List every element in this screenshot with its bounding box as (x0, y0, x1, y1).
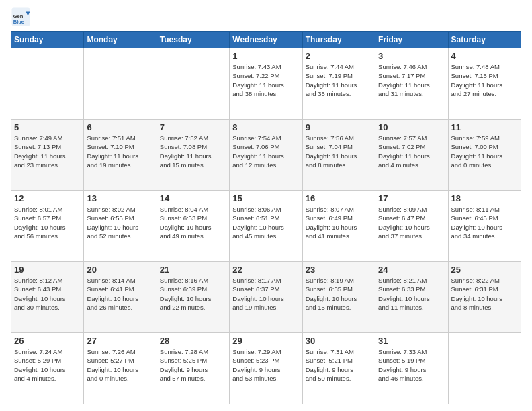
weekday-header: Wednesday (230, 32, 302, 48)
day-number: 8 (232, 122, 299, 132)
day-info: Sunrise: 7:24 AM Sunset: 5:29 PM Dayligh… (14, 347, 81, 383)
day-number: 30 (306, 336, 372, 346)
logo: Gen Blue (11, 7, 34, 27)
day-info: Sunrise: 8:09 AM Sunset: 6:47 PM Dayligh… (378, 205, 445, 240)
day-info: Sunrise: 7:49 AM Sunset: 7:13 PM Dayligh… (14, 134, 81, 169)
day-info: Sunrise: 8:19 AM Sunset: 6:35 PM Dayligh… (306, 276, 372, 312)
day-info: Sunrise: 8:11 AM Sunset: 6:45 PM Dayligh… (451, 205, 518, 240)
weekday-header: Thursday (302, 32, 375, 48)
day-number: 16 (306, 193, 372, 203)
day-info: Sunrise: 7:46 AM Sunset: 7:17 PM Dayligh… (378, 62, 445, 98)
calendar-cell: 17Sunrise: 8:09 AM Sunset: 6:47 PM Dayli… (375, 191, 448, 262)
calendar-cell: 8Sunrise: 7:54 AM Sunset: 7:06 PM Daylig… (230, 120, 302, 191)
calendar-cell: 29Sunrise: 7:29 AM Sunset: 5:23 PM Dayli… (230, 333, 302, 404)
day-number: 5 (14, 122, 81, 132)
day-info: Sunrise: 8:07 AM Sunset: 6:49 PM Dayligh… (306, 205, 372, 240)
day-info: Sunrise: 8:21 AM Sunset: 6:33 PM Dayligh… (378, 276, 445, 312)
day-number: 17 (378, 193, 445, 203)
day-number: 19 (14, 265, 81, 275)
weekday-header: Sunday (11, 32, 84, 48)
calendar-week-row: 12Sunrise: 8:01 AM Sunset: 6:57 PM Dayli… (11, 191, 521, 262)
calendar-cell: 30Sunrise: 7:31 AM Sunset: 5:21 PM Dayli… (302, 333, 375, 404)
header: Gen Blue (11, 7, 521, 27)
calendar-cell (11, 48, 84, 120)
svg-text:Blue: Blue (13, 19, 24, 25)
day-info: Sunrise: 8:06 AM Sunset: 6:51 PM Dayligh… (232, 205, 299, 240)
calendar-body: 1Sunrise: 7:43 AM Sunset: 7:22 PM Daylig… (11, 48, 521, 404)
calendar-cell: 28Sunrise: 7:28 AM Sunset: 5:25 PM Dayli… (157, 333, 229, 404)
day-info: Sunrise: 8:14 AM Sunset: 6:41 PM Dayligh… (87, 276, 153, 312)
calendar-cell: 4Sunrise: 7:48 AM Sunset: 7:15 PM Daylig… (448, 48, 521, 120)
calendar-cell: 13Sunrise: 8:02 AM Sunset: 6:55 PM Dayli… (84, 191, 157, 262)
day-number: 3 (378, 51, 445, 61)
day-info: Sunrise: 7:44 AM Sunset: 7:19 PM Dayligh… (306, 62, 372, 98)
calendar-cell: 11Sunrise: 7:59 AM Sunset: 7:00 PM Dayli… (448, 120, 521, 191)
day-number: 31 (378, 336, 445, 346)
day-number: 7 (160, 122, 226, 132)
day-number: 1 (232, 51, 299, 61)
day-info: Sunrise: 8:04 AM Sunset: 6:53 PM Dayligh… (160, 205, 226, 240)
weekday-header: Saturday (448, 32, 521, 48)
day-info: Sunrise: 8:01 AM Sunset: 6:57 PM Dayligh… (14, 205, 81, 240)
day-info: Sunrise: 7:56 AM Sunset: 7:04 PM Dayligh… (306, 134, 372, 169)
page: Gen Blue SundayMondayTuesdayWednesdayThu… (0, 0, 532, 411)
day-number: 14 (160, 193, 226, 203)
calendar-cell: 5Sunrise: 7:49 AM Sunset: 7:13 PM Daylig… (11, 120, 84, 191)
calendar-cell: 25Sunrise: 8:22 AM Sunset: 6:31 PM Dayli… (448, 262, 521, 333)
calendar-cell: 23Sunrise: 8:19 AM Sunset: 6:35 PM Dayli… (302, 262, 375, 333)
day-info: Sunrise: 8:22 AM Sunset: 6:31 PM Dayligh… (451, 276, 518, 312)
calendar-cell: 7Sunrise: 7:52 AM Sunset: 7:08 PM Daylig… (157, 120, 229, 191)
calendar-cell: 19Sunrise: 8:12 AM Sunset: 6:43 PM Dayli… (11, 262, 84, 333)
calendar-cell: 27Sunrise: 7:26 AM Sunset: 5:27 PM Dayli… (84, 333, 157, 404)
calendar-cell (84, 48, 157, 120)
calendar-cell: 1Sunrise: 7:43 AM Sunset: 7:22 PM Daylig… (230, 48, 302, 120)
day-number: 26 (14, 336, 81, 346)
day-info: Sunrise: 8:02 AM Sunset: 6:55 PM Dayligh… (87, 205, 153, 240)
calendar-cell: 18Sunrise: 8:11 AM Sunset: 6:45 PM Dayli… (448, 191, 521, 262)
day-info: Sunrise: 7:51 AM Sunset: 7:10 PM Dayligh… (87, 134, 153, 169)
day-number: 12 (14, 193, 81, 203)
calendar-cell: 10Sunrise: 7:57 AM Sunset: 7:02 PM Dayli… (375, 120, 448, 191)
day-info: Sunrise: 7:29 AM Sunset: 5:23 PM Dayligh… (232, 347, 299, 383)
calendar-cell: 22Sunrise: 8:17 AM Sunset: 6:37 PM Dayli… (230, 262, 302, 333)
day-number: 4 (451, 51, 518, 61)
calendar-cell: 14Sunrise: 8:04 AM Sunset: 6:53 PM Dayli… (157, 191, 229, 262)
day-number: 23 (306, 265, 372, 275)
day-info: Sunrise: 7:48 AM Sunset: 7:15 PM Dayligh… (451, 62, 518, 98)
calendar-cell: 20Sunrise: 8:14 AM Sunset: 6:41 PM Dayli… (84, 262, 157, 333)
day-number: 22 (232, 265, 299, 275)
day-number: 21 (160, 265, 226, 275)
calendar-week-row: 19Sunrise: 8:12 AM Sunset: 6:43 PM Dayli… (11, 262, 521, 333)
calendar-cell: 3Sunrise: 7:46 AM Sunset: 7:17 PM Daylig… (375, 48, 448, 120)
day-number: 10 (378, 122, 445, 132)
calendar-cell (157, 48, 229, 120)
day-info: Sunrise: 7:33 AM Sunset: 5:19 PM Dayligh… (378, 347, 445, 383)
day-number: 28 (160, 336, 226, 346)
calendar-cell: 9Sunrise: 7:56 AM Sunset: 7:04 PM Daylig… (302, 120, 375, 191)
day-number: 18 (451, 193, 518, 203)
day-info: Sunrise: 8:17 AM Sunset: 6:37 PM Dayligh… (232, 276, 299, 312)
calendar-cell: 26Sunrise: 7:24 AM Sunset: 5:29 PM Dayli… (11, 333, 84, 404)
day-info: Sunrise: 7:43 AM Sunset: 7:22 PM Dayligh… (232, 62, 299, 98)
calendar-cell (448, 333, 521, 404)
weekday-header: Friday (375, 32, 448, 48)
calendar-cell: 12Sunrise: 8:01 AM Sunset: 6:57 PM Dayli… (11, 191, 84, 262)
day-number: 11 (451, 122, 518, 132)
day-number: 6 (87, 122, 153, 132)
day-number: 27 (87, 336, 153, 346)
day-number: 29 (232, 336, 299, 346)
day-number: 2 (306, 51, 372, 61)
weekday-header: Tuesday (157, 32, 229, 48)
calendar-header-row: SundayMondayTuesdayWednesdayThursdayFrid… (11, 32, 521, 48)
calendar-cell: 21Sunrise: 8:16 AM Sunset: 6:39 PM Dayli… (157, 262, 229, 333)
day-info: Sunrise: 7:31 AM Sunset: 5:21 PM Dayligh… (306, 347, 372, 383)
calendar-cell: 24Sunrise: 8:21 AM Sunset: 6:33 PM Dayli… (375, 262, 448, 333)
calendar-cell: 15Sunrise: 8:06 AM Sunset: 6:51 PM Dayli… (230, 191, 302, 262)
calendar-cell: 2Sunrise: 7:44 AM Sunset: 7:19 PM Daylig… (302, 48, 375, 120)
calendar-cell: 16Sunrise: 8:07 AM Sunset: 6:49 PM Dayli… (302, 191, 375, 262)
day-info: Sunrise: 8:16 AM Sunset: 6:39 PM Dayligh… (160, 276, 226, 312)
calendar-week-row: 26Sunrise: 7:24 AM Sunset: 5:29 PM Dayli… (11, 333, 521, 404)
day-number: 9 (306, 122, 372, 132)
day-info: Sunrise: 7:54 AM Sunset: 7:06 PM Dayligh… (232, 134, 299, 169)
calendar-week-row: 1Sunrise: 7:43 AM Sunset: 7:22 PM Daylig… (11, 48, 521, 120)
